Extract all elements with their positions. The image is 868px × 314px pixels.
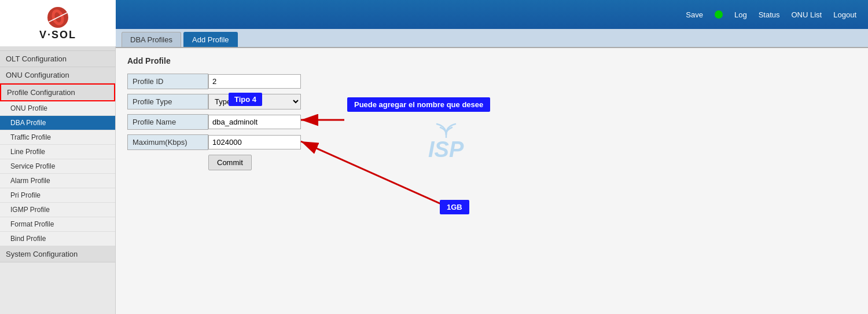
sidebar-item-dba-profile[interactable]: DBA Profile — [0, 116, 115, 130]
sidebar-item-profile-config[interactable]: Profile Configuration — [0, 83, 115, 101]
add-profile-form: Profile ID Profile Type Type_1 Type_2 Ty… — [127, 74, 856, 170]
form-row-profile-name: Profile Name — [127, 114, 856, 130]
logo-container: V·SOL — [0, 0, 116, 46]
puede-annotation: Puede agregar el nombre que desee — [347, 97, 490, 112]
tab-add-profile[interactable]: Add Profile — [183, 32, 238, 47]
sidebar: OLT Information OLT Configuration ONU Co… — [0, 29, 116, 314]
form-row-maximum: Maximum(Kbps) — [127, 134, 856, 150]
main-content: DBA Profiles Add Profile Add Profile Pro… — [116, 29, 868, 314]
form-row-profile-id: Profile ID — [127, 74, 856, 89]
page-title: Add Profile — [127, 56, 856, 65]
sidebar-item-alarm-profile[interactable]: Alarm Profile — [0, 174, 115, 188]
logout-link[interactable]: Logout — [833, 10, 856, 19]
form-row-commit: Commit — [208, 155, 856, 170]
maximum-input[interactable] — [208, 135, 301, 149]
isp-text: ISP — [428, 138, 464, 160]
isp-watermark: ISP — [428, 122, 464, 160]
sidebar-item-bind-profile[interactable]: Bind Profile — [0, 232, 115, 246]
profile-id-input[interactable] — [208, 74, 301, 89]
sidebar-item-system-config[interactable]: System Configuration — [0, 246, 115, 262]
sidebar-item-onu-config[interactable]: ONU Configuration — [0, 67, 115, 83]
status-indicator — [715, 10, 723, 19]
sidebar-item-format-profile[interactable]: Format Profile — [0, 217, 115, 232]
onu-list-link[interactable]: ONU List — [792, 10, 822, 19]
sidebar-item-line-profile[interactable]: Line Profile — [0, 145, 115, 159]
sidebar-item-igmp-profile[interactable]: IGMP Profile — [0, 203, 115, 217]
header-nav: Save Log Status ONU List Logout — [686, 10, 856, 19]
layout: OLT Information OLT Configuration ONU Co… — [0, 29, 868, 314]
profile-name-label: Profile Name — [127, 114, 208, 130]
tab-bar: DBA Profiles Add Profile — [116, 29, 868, 48]
commit-button[interactable]: Commit — [208, 155, 252, 170]
tab-dba-profiles[interactable]: DBA Profiles — [122, 32, 181, 47]
save-button[interactable]: Save — [686, 10, 703, 19]
tipo4-annotation: Tipo 4 — [229, 93, 262, 106]
sidebar-item-pri-profile[interactable]: Pri Profile — [0, 188, 115, 203]
logo: V·SOL — [39, 6, 76, 41]
page-content: Add Profile Profile ID Profile Type Type… — [116, 48, 868, 183]
sidebar-item-traffic-profile[interactable]: Traffic Profile — [0, 130, 115, 145]
sidebar-item-onu-profile[interactable]: ONU Profile — [0, 101, 115, 116]
one-gb-annotation: 1GB — [440, 200, 469, 214]
sidebar-item-olt-config[interactable]: OLT Configuration — [0, 51, 115, 67]
profile-name-input[interactable] — [208, 115, 301, 129]
logo-text: V·SOL — [39, 29, 76, 41]
log-link[interactable]: Log — [734, 10, 747, 19]
maximum-label: Maximum(Kbps) — [127, 134, 208, 150]
form-row-profile-type: Profile Type Type_1 Type_2 Type_3 Type_4… — [127, 94, 856, 109]
status-link[interactable]: Status — [759, 10, 780, 19]
vsol-logo-icon — [46, 6, 69, 29]
header: V·SOL Save Log Status ONU List Logout — [0, 0, 868, 29]
profile-type-label: Profile Type — [127, 94, 208, 109]
sidebar-item-service-profile[interactable]: Service Profile — [0, 159, 115, 174]
profile-id-label: Profile ID — [127, 74, 208, 89]
